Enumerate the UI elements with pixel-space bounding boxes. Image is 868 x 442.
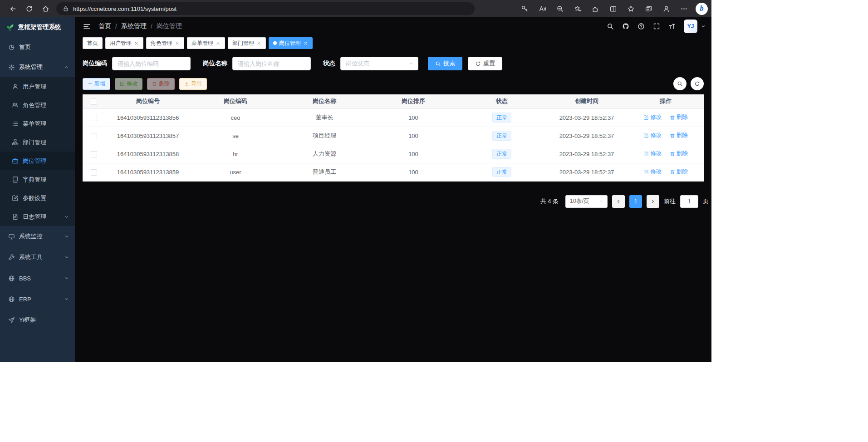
github-button[interactable] (619, 20, 633, 33)
tags-view-bar: 首页 用户管理 角色管理 菜单管理 部门管理 (75, 35, 711, 51)
hamburger-icon[interactable] (83, 22, 91, 31)
delete-link[interactable]: 删除 (670, 150, 688, 157)
row-checkbox[interactable] (91, 133, 97, 139)
close-icon[interactable] (216, 41, 221, 46)
row-checkbox[interactable] (91, 151, 97, 157)
sidebar-item-dict-mgmt[interactable]: 字典管理 (0, 170, 75, 189)
edit-link[interactable]: 修改 (643, 168, 662, 176)
post-code-input[interactable] (112, 57, 191, 70)
trash-icon (152, 81, 157, 86)
delete-link[interactable]: 删除 (670, 132, 688, 139)
cell-post-id: 1641030593112313857 (105, 127, 191, 145)
font-size-button[interactable] (665, 20, 679, 33)
goto-page-input[interactable] (680, 195, 698, 208)
chevron-up-icon (64, 64, 69, 70)
tab-user-mgmt[interactable]: 用户管理 (105, 37, 143, 49)
reset-button[interactable]: 重置 (468, 57, 502, 70)
puzzle-icon (592, 5, 599, 13)
cell-post-name: 普通员工 (280, 163, 369, 181)
split-screen-button[interactable] (605, 2, 621, 15)
caret-down-icon[interactable] (701, 24, 706, 29)
bing-sidebar-button[interactable]: b (696, 3, 708, 15)
next-page-button[interactable] (647, 195, 659, 208)
edit-link[interactable]: 修改 (643, 132, 662, 139)
delete-link[interactable]: 删除 (670, 168, 688, 176)
download-icon (184, 81, 189, 86)
sidebar-item-role-mgmt[interactable]: 角色管理 (0, 96, 75, 114)
status-select[interactable]: 岗位状态 (340, 57, 418, 70)
sidebar-item-system-mgmt[interactable]: 系统管理 (0, 57, 75, 77)
sidebar-item-log-mgmt[interactable]: 日志管理 (0, 207, 75, 226)
edit-link[interactable]: 修改 (643, 150, 662, 157)
row-checkbox[interactable] (91, 169, 97, 176)
add-button[interactable]: 新增 (83, 78, 110, 90)
table-row: 1641030593112313859 user 普通员工 100 正常 202… (83, 163, 704, 181)
delete-link[interactable]: 删除 (670, 113, 688, 121)
breadcrumb-home[interactable]: 首页 (98, 22, 111, 30)
page-1-button[interactable]: 1 (629, 195, 642, 208)
tab-menu-mgmt[interactable]: 菜单管理 (187, 37, 225, 49)
sidebar-item-system-tools[interactable]: 系统工具 (0, 247, 75, 268)
header-search-button[interactable] (603, 20, 617, 33)
profile-button[interactable] (658, 2, 674, 15)
more-menu-button[interactable] (676, 2, 692, 15)
read-aloud-button[interactable] (534, 2, 550, 15)
page-size-select[interactable]: 10条/页 (565, 195, 608, 208)
extensions-button[interactable] (587, 2, 603, 15)
search-button[interactable]: 搜索 (428, 57, 462, 70)
edit-link[interactable]: 修改 (643, 113, 662, 121)
sidebar-item-yi-framework[interactable]: Yi框架 (0, 309, 75, 330)
sidebar: 意框架管理系统 首页 系统管理 用户管理 (0, 17, 75, 362)
column-header-created: 创建时间 (546, 94, 628, 108)
sidebar-item-bbs[interactable]: BBS (0, 268, 75, 289)
row-checkbox[interactable] (91, 115, 97, 121)
home-button[interactable] (37, 2, 54, 15)
avatar[interactable]: YJ (684, 20, 697, 33)
sidebar-item-user-mgmt[interactable]: 用户管理 (0, 77, 75, 96)
close-icon[interactable] (134, 41, 139, 46)
tab-label: 用户管理 (110, 39, 132, 47)
collections-icon (645, 5, 652, 13)
url-text: https://ccnetcore.com:1101/system/post (73, 5, 177, 12)
chevron-down-icon (408, 61, 414, 66)
app-logo: 意框架管理系统 (0, 17, 75, 37)
sidebar-item-system-monitor[interactable]: 系统监控 (0, 226, 75, 247)
reload-button[interactable] (21, 2, 37, 15)
toggle-search-button[interactable] (673, 77, 687, 90)
sidebar-item-erp[interactable]: ERP (0, 289, 75, 309)
back-button[interactable] (5, 2, 21, 15)
collections-button[interactable] (640, 2, 657, 15)
sidebar-item-post-mgmt[interactable]: 岗位管理 (0, 152, 75, 170)
add-favorite-button[interactable] (569, 2, 586, 15)
close-icon[interactable] (256, 41, 261, 46)
sidebar-menu: 首页 系统管理 用户管理 角色管理 (0, 37, 75, 330)
system-submenu: 用户管理 角色管理 菜单管理 部门管理 (0, 77, 75, 226)
fullscreen-button[interactable] (650, 20, 663, 33)
sidebar-item-menu-mgmt[interactable]: 菜单管理 (0, 114, 75, 133)
tab-home[interactable]: 首页 (83, 37, 103, 49)
column-header-post-sort: 岗位排序 (369, 94, 458, 108)
sidebar-item-home[interactable]: 首页 (0, 37, 75, 57)
goto-label: 前往 (664, 197, 676, 206)
sidebar-item-dept-mgmt[interactable]: 部门管理 (0, 133, 75, 152)
zoom-button[interactable] (552, 2, 568, 15)
breadcrumb-system-mgmt[interactable]: 系统管理 (121, 22, 147, 30)
cell-post-sort: 100 (369, 163, 458, 181)
export-button[interactable]: 导出 (179, 78, 207, 90)
close-icon[interactable] (175, 41, 180, 46)
close-icon[interactable] (303, 41, 308, 46)
favorites-button[interactable] (623, 2, 639, 15)
tab-dept-mgmt[interactable]: 部门管理 (228, 37, 266, 49)
select-all-checkbox[interactable] (91, 98, 97, 105)
address-bar[interactable]: https://ccnetcore.com:1101/system/post (56, 2, 475, 15)
post-name-input[interactable] (232, 57, 311, 70)
tab-post-mgmt[interactable]: 岗位管理 (269, 37, 313, 49)
refresh-table-button[interactable] (691, 77, 704, 90)
help-button[interactable] (634, 20, 648, 33)
search-icon (677, 81, 683, 87)
passwords-button[interactable] (516, 2, 533, 15)
prev-page-button[interactable] (612, 195, 625, 208)
cell-post-sort: 100 (369, 127, 458, 145)
sidebar-item-param-settings[interactable]: 参数设置 (0, 189, 75, 207)
tab-role-mgmt[interactable]: 角色管理 (146, 37, 184, 49)
